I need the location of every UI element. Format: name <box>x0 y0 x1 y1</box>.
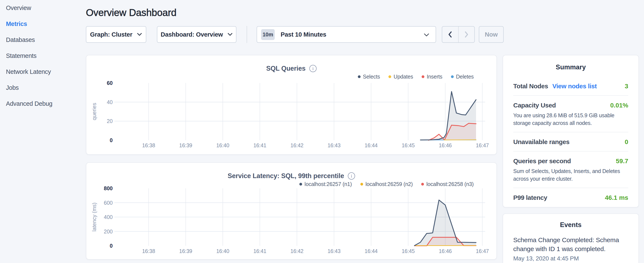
summary-row-value: 59.7 <box>616 157 628 165</box>
chevron-left-icon <box>448 31 452 38</box>
view-nodes-list-link[interactable]: View nodes list <box>552 82 597 90</box>
summary-row-label: Total Nodes <box>513 82 548 90</box>
graph-dropdown[interactable]: Graph: Cluster <box>86 26 146 43</box>
svg-text:16:40: 16:40 <box>216 142 229 148</box>
dashboard-dropdown-label: Dashboard: Overview <box>161 31 223 38</box>
chevron-down-icon <box>228 33 232 36</box>
sidebar-item-advanced-debug[interactable]: Advanced Debug <box>0 96 86 112</box>
summary-panel: Summary Total NodesView nodes list3Capac… <box>502 55 639 207</box>
chevron-down-icon <box>424 34 429 37</box>
summary-row-total-nodes: Total NodesView nodes list3 <box>513 77 628 96</box>
svg-text:16:44: 16:44 <box>365 248 378 254</box>
svg-text:800: 800 <box>104 185 113 191</box>
now-button[interactable]: Now <box>479 26 504 43</box>
svg-text:16:41: 16:41 <box>254 142 266 148</box>
dashboard-dropdown[interactable]: Dashboard: Overview <box>157 26 236 43</box>
sidebar-item-statements[interactable]: Statements <box>0 48 86 64</box>
svg-text:60: 60 <box>107 80 113 86</box>
svg-text:16:44: 16:44 <box>365 142 378 148</box>
svg-text:16:45: 16:45 <box>402 248 414 254</box>
time-range-dropdown[interactable]: 10m Past 10 Minutes <box>256 26 436 43</box>
svg-text:16:47: 16:47 <box>476 142 489 148</box>
sidebar-item-overview[interactable]: Overview <box>0 0 86 16</box>
sql-queries-chart-card: SQL Queries i SelectsUpdatesInsertsDelet… <box>86 55 497 155</box>
svg-text:16:43: 16:43 <box>328 142 340 148</box>
sidebar-item-network-latency[interactable]: Network Latency <box>0 64 86 80</box>
summary-row-label: Unavailable ranges <box>513 138 569 146</box>
svg-text:16:43: 16:43 <box>328 248 340 254</box>
sidebar-item-metrics[interactable]: Metrics <box>0 16 86 32</box>
event-message[interactable]: Schema Change Completed: Schema change w… <box>513 235 628 253</box>
svg-text:600: 600 <box>104 200 113 206</box>
summary-row-queries-per-second: Queries per second59.7Sum of Selects, Up… <box>513 151 628 188</box>
summary-row-label: P99 latency <box>513 194 547 202</box>
svg-text:queries: queries <box>91 103 97 120</box>
sidebar-item-jobs[interactable]: Jobs <box>0 80 86 96</box>
svg-text:16:46: 16:46 <box>439 142 452 148</box>
sidebar-nav: OverviewMetricsDatabasesStatementsNetwor… <box>0 0 86 112</box>
sidebar: OverviewMetricsDatabasesStatementsNetwor… <box>0 0 86 263</box>
summary-row-description: Sum of Selects, Updates, Inserts, and De… <box>513 167 628 183</box>
summary-row-value: 46.1 ms <box>605 194 628 202</box>
time-back-button[interactable] <box>442 27 458 42</box>
events-panel: Events Schema Change Completed: Schema c… <box>502 213 639 263</box>
summary-row-value: 0.01% <box>610 101 628 109</box>
summary-title: Summary <box>513 63 628 72</box>
summary-row-description: You are using 28.6 MiB of 515.9 GiB usab… <box>513 112 628 127</box>
summary-row-label: Capacity Used <box>513 101 556 109</box>
summary-row-p99-latency: P99 latency46.1 ms <box>513 188 628 207</box>
summary-row-unavailable-ranges: Unavailable ranges0 <box>513 132 628 151</box>
svg-text:16:39: 16:39 <box>179 248 192 254</box>
page-title: Overview Dashboard <box>86 7 176 18</box>
svg-text:latency (ms): latency (ms) <box>91 203 97 231</box>
svg-text:400: 400 <box>104 214 113 220</box>
graph-dropdown-label: Graph: Cluster <box>90 31 132 38</box>
svg-text:16:46: 16:46 <box>439 248 452 254</box>
latency-chart[interactable]: 16:3816:3916:4016:4116:4216:4316:4416:45… <box>86 163 497 260</box>
time-forward-button[interactable] <box>458 27 474 42</box>
svg-text:16:41: 16:41 <box>254 248 266 254</box>
latency-chart-card: Service Latency: SQL, 99th percentile i … <box>86 162 497 259</box>
sidebar-item-databases[interactable]: Databases <box>0 32 86 48</box>
svg-text:16:42: 16:42 <box>290 142 304 148</box>
svg-text:16:38: 16:38 <box>142 248 155 254</box>
chevron-right-icon <box>464 31 469 38</box>
toolbar-divider <box>247 26 247 43</box>
summary-row-capacity-used: Capacity Used0.01%You are using 28.6 MiB… <box>513 96 628 132</box>
events-title: Events <box>513 220 628 229</box>
summary-row-value: 0 <box>625 138 628 146</box>
svg-text:16:40: 16:40 <box>216 248 229 254</box>
svg-text:16:42: 16:42 <box>290 248 304 254</box>
event-timestamp: May 13, 2020 at 4:45 PM <box>513 255 628 262</box>
summary-row-label: Queries per second <box>513 157 571 165</box>
svg-text:16:45: 16:45 <box>402 142 414 148</box>
time-pager <box>442 26 475 43</box>
svg-text:16:38: 16:38 <box>142 142 155 148</box>
chevron-down-icon <box>137 33 142 36</box>
svg-text:0: 0 <box>110 137 113 143</box>
svg-text:0: 0 <box>110 243 113 249</box>
summary-row-value: 3 <box>625 82 628 90</box>
time-range-badge: 10m <box>261 29 275 40</box>
sql-queries-chart[interactable]: 16:3816:3916:4016:4116:4216:4316:4416:45… <box>86 55 497 155</box>
time-range-label: Past 10 Minutes <box>281 31 326 38</box>
svg-text:16:39: 16:39 <box>179 142 192 148</box>
svg-text:20: 20 <box>107 118 113 124</box>
svg-text:200: 200 <box>104 228 113 234</box>
svg-text:16:47: 16:47 <box>476 248 489 254</box>
svg-text:40: 40 <box>107 99 113 105</box>
